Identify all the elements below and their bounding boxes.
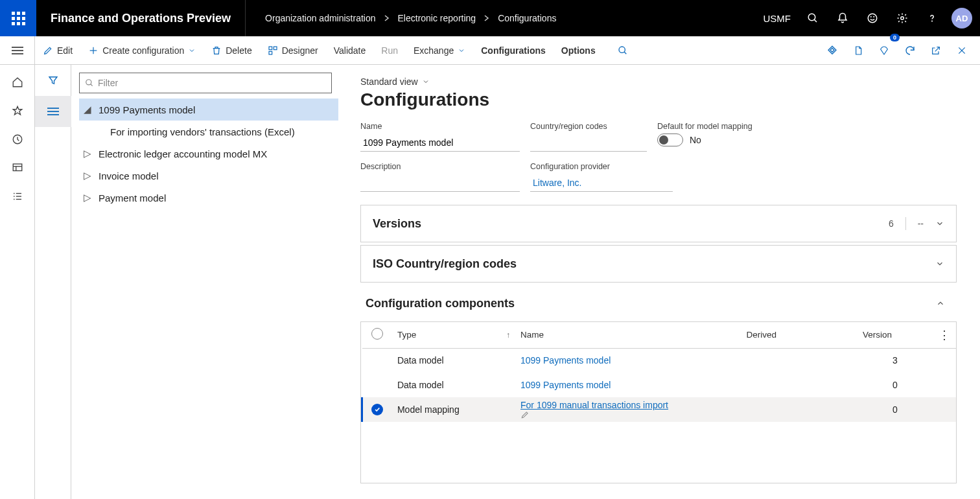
svg-point-0 xyxy=(808,14,815,21)
description-field: Description xyxy=(360,162,520,192)
options-tab[interactable]: Options xyxy=(554,36,603,65)
tree-item-electronic-ledger[interactable]: ▷ Electronic ledger accounting model MX xyxy=(79,143,338,165)
cell-type: Model mapping xyxy=(392,397,515,422)
breadcrumb-item[interactable]: Organization administration xyxy=(265,13,375,23)
workspaces-icon[interactable] xyxy=(0,154,35,182)
default-mapping-toggle[interactable] xyxy=(657,133,683,146)
attachments-icon[interactable] xyxy=(845,36,871,65)
iso-header[interactable]: ISO Country/region codes xyxy=(361,246,956,282)
svg-line-33 xyxy=(91,84,93,86)
filter-badge-icon[interactable]: 0 xyxy=(871,36,897,65)
run-button: Run xyxy=(373,36,406,65)
pencil-icon[interactable] xyxy=(520,410,736,419)
cell-derived xyxy=(741,373,857,397)
designer-label: Designer xyxy=(282,45,318,56)
col-derived[interactable]: Derived xyxy=(746,330,776,340)
col-version[interactable]: Version xyxy=(863,330,892,340)
more-icon[interactable]: ⋮ xyxy=(939,329,950,342)
legal-entity-label[interactable]: USMF xyxy=(757,13,798,24)
table-row[interactable]: Data model1099 Payments model0 xyxy=(362,373,957,397)
table-row[interactable]: Data model1099 Payments model3 xyxy=(362,348,957,373)
chevron-down-icon xyxy=(188,47,196,54)
svg-rect-20 xyxy=(13,164,22,171)
sort-arrow-icon: ↑ xyxy=(506,331,510,340)
validate-button[interactable]: Validate xyxy=(326,36,374,65)
close-icon[interactable] xyxy=(949,36,975,65)
svg-point-6 xyxy=(932,21,933,21)
chevron-down-icon xyxy=(935,219,944,228)
caret-right-icon: ▷ xyxy=(82,192,93,203)
list-view-icon[interactable] xyxy=(35,96,71,127)
svg-point-3 xyxy=(870,16,871,17)
tree-item-payment-model[interactable]: ▷ Payment model xyxy=(79,187,338,209)
cell-name-link[interactable]: For 1099 manual transactions import xyxy=(520,400,668,410)
configurations-tab[interactable]: Configurations xyxy=(473,36,554,65)
versions-count: 6 xyxy=(889,218,894,229)
bell-icon[interactable] xyxy=(828,0,857,36)
edit-label: Edit xyxy=(57,45,73,56)
versions-extra: -- xyxy=(918,218,924,229)
tree-filter-input[interactable]: Filter xyxy=(79,73,332,93)
tree-item-invoice-model[interactable]: ▷ Invoice model xyxy=(79,165,338,187)
svg-point-5 xyxy=(901,17,904,20)
versions-header[interactable]: Versions 6 -- xyxy=(361,205,956,242)
funnel-icon[interactable] xyxy=(35,65,71,96)
caret-right-icon: ▷ xyxy=(82,148,93,159)
default-mapping-field: Default for model mapping No xyxy=(657,122,813,152)
col-name[interactable]: Name xyxy=(520,330,544,340)
search-icon[interactable] xyxy=(799,0,827,36)
row-checkbox[interactable] xyxy=(371,404,383,415)
filter-placeholder: Filter xyxy=(98,78,118,88)
chevron-right-icon xyxy=(484,15,490,21)
app-title: Finance and Operations Preview xyxy=(36,0,246,36)
avatar[interactable]: AD xyxy=(951,8,972,29)
cell-name-link[interactable]: 1099 Payments model xyxy=(520,380,611,390)
breadcrumb-item[interactable]: Configurations xyxy=(498,13,556,23)
cell-name-link[interactable]: 1099 Payments model xyxy=(520,355,611,366)
cell-derived xyxy=(741,397,857,422)
components-table: Type↑ Name Derived Version ⋮ Data model1… xyxy=(361,322,956,422)
favorites-icon[interactable] xyxy=(0,97,35,125)
chevron-down-icon xyxy=(935,259,944,268)
caret-down-icon: ◢ xyxy=(82,104,93,115)
help-icon[interactable] xyxy=(918,0,946,36)
hamburger-icon[interactable] xyxy=(0,36,35,65)
main-area: Filter ◢ 1099 Payments model For importi… xyxy=(0,65,980,499)
app-launcher-button[interactable] xyxy=(0,0,36,36)
provider-link[interactable]: Litware, Inc. xyxy=(533,178,581,188)
command-bar: Edit Create configuration Delete Designe… xyxy=(0,36,980,65)
cell-version: 3 xyxy=(858,348,933,373)
popout-icon[interactable] xyxy=(923,36,949,65)
create-label: Create configuration xyxy=(102,45,184,56)
iso-section: ISO Country/region codes xyxy=(360,245,957,283)
col-type[interactable]: Type xyxy=(397,330,416,340)
cell-type: Data model xyxy=(392,348,515,373)
components-header[interactable]: Configuration components xyxy=(360,285,957,321)
diamond-icon[interactable] xyxy=(819,36,845,65)
find-button[interactable] xyxy=(610,36,636,65)
modules-icon[interactable] xyxy=(0,182,35,211)
country-codes-input[interactable] xyxy=(530,133,647,152)
home-icon[interactable] xyxy=(0,68,35,97)
name-input[interactable] xyxy=(360,133,520,152)
detail-content: Standard view Configurations Name Countr… xyxy=(344,65,980,499)
view-selector[interactable]: Standard view xyxy=(360,76,957,87)
delete-button[interactable]: Delete xyxy=(204,36,259,65)
country-codes-field: Country/region codes xyxy=(530,122,647,152)
designer-button[interactable]: Designer xyxy=(260,36,326,65)
select-all-checkbox[interactable] xyxy=(371,328,383,340)
svg-line-1 xyxy=(814,19,817,22)
refresh-icon[interactable] xyxy=(897,36,923,65)
exchange-button[interactable]: Exchange xyxy=(406,36,473,65)
gear-icon[interactable] xyxy=(888,0,916,36)
breadcrumb-item[interactable]: Electronic reporting xyxy=(398,13,476,23)
edit-button[interactable]: Edit xyxy=(35,36,80,65)
table-row[interactable]: Model mappingFor 1099 manual transaction… xyxy=(362,397,957,422)
tree-item-1099-payments[interactable]: ◢ 1099 Payments model xyxy=(79,99,338,121)
tree-item-import-vendors[interactable]: For importing vendors' transactions (Exc… xyxy=(79,121,338,143)
create-configuration-button[interactable]: Create configuration xyxy=(80,36,204,65)
recent-icon[interactable] xyxy=(0,125,35,154)
description-input[interactable] xyxy=(360,174,520,192)
delete-label: Delete xyxy=(226,45,251,56)
smile-icon[interactable] xyxy=(858,0,887,36)
